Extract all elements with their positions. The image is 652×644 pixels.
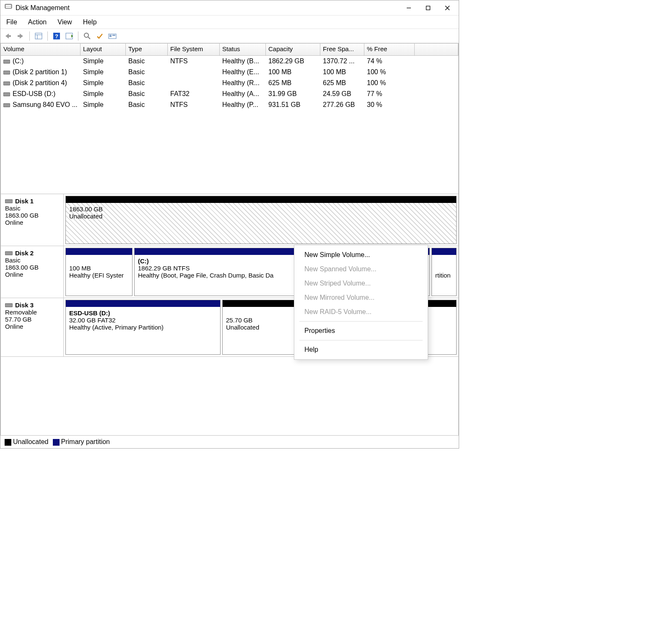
refresh-button[interactable] bbox=[82, 31, 92, 41]
window-title: Disk Management bbox=[16, 4, 70, 12]
col-header-pctfree[interactable]: % Free bbox=[364, 44, 415, 55]
legend-label-primary: Primary partition bbox=[61, 438, 110, 445]
col-header-fs[interactable]: File System bbox=[168, 44, 220, 55]
ctx-new-mirrored-volume: New Mirrored Volume... bbox=[294, 291, 428, 305]
partition-bar bbox=[66, 300, 220, 307]
partition-bar bbox=[66, 196, 456, 203]
svg-marker-7 bbox=[5, 34, 9, 39]
toolbar: ? bbox=[0, 29, 459, 43]
back-button[interactable] bbox=[3, 31, 13, 41]
svg-rect-1 bbox=[6, 5, 11, 6]
menu-help[interactable]: Help bbox=[83, 18, 97, 26]
svg-rect-26 bbox=[3, 82, 10, 85]
legend-swatch-primary bbox=[53, 439, 60, 446]
svg-point-18 bbox=[84, 33, 88, 37]
svg-rect-29 bbox=[5, 200, 13, 203]
minimize-button[interactable] bbox=[399, 1, 418, 15]
partition-unallocated[interactable]: 1863.00 GB Unallocated bbox=[65, 196, 457, 244]
forward-button[interactable] bbox=[16, 31, 26, 41]
disk-size: 57.70 GB bbox=[5, 316, 59, 323]
partition-esd-usb[interactable]: ESD-USB (D:) 32.00 GB FAT32 Healthy (Act… bbox=[65, 300, 221, 355]
disk-name: Disk 3 bbox=[15, 301, 34, 309]
show-hide-tree-button[interactable] bbox=[34, 31, 44, 41]
settings-button[interactable] bbox=[64, 31, 74, 41]
legend-label-unallocated: Unallocated bbox=[13, 438, 49, 445]
partition-size: 100 MB bbox=[69, 265, 129, 272]
partition-title: ESD-USB (D:) bbox=[69, 309, 217, 317]
svg-rect-22 bbox=[109, 36, 112, 37]
svg-line-19 bbox=[88, 37, 90, 39]
svg-rect-23 bbox=[112, 35, 115, 36]
volume-row[interactable]: Samsung 840 EVO ...SimpleBasicNTFSHealth… bbox=[1, 99, 458, 110]
menu-file[interactable]: File bbox=[6, 18, 17, 26]
svg-rect-2 bbox=[6, 7, 11, 8]
ctx-new-striped-volume: New Striped Volume... bbox=[294, 276, 428, 291]
context-menu: New Simple Volume... New Spanned Volume.… bbox=[294, 245, 428, 360]
col-header-extra[interactable] bbox=[415, 44, 458, 55]
disk-status: Online bbox=[5, 219, 59, 226]
disk-info-3[interactable]: Disk 3 Removable 57.70 GB Online bbox=[1, 298, 64, 356]
svg-rect-11 bbox=[35, 33, 42, 39]
svg-rect-21 bbox=[109, 35, 112, 36]
action-button[interactable] bbox=[95, 31, 105, 41]
disk-management-window: Disk Management File Action View Help bbox=[0, 0, 459, 449]
disk-info-2[interactable]: Disk 2 Basic 1863.00 GB Online bbox=[1, 246, 64, 298]
volume-list: Volume Layout Type File System Status Ca… bbox=[0, 43, 459, 194]
partition-state: Unallocated bbox=[69, 213, 453, 220]
menubar: File Action View Help bbox=[0, 16, 459, 29]
svg-rect-28 bbox=[3, 104, 10, 107]
legend-swatch-unallocated bbox=[5, 439, 11, 446]
properties-button[interactable] bbox=[107, 31, 117, 41]
partition-state: Healthy (Active, Primary Partition) bbox=[69, 324, 217, 331]
svg-rect-27 bbox=[3, 93, 10, 96]
partition-state: Healthy (EFI Syster bbox=[69, 272, 129, 279]
partition-state: rtition bbox=[435, 272, 453, 279]
maximize-button[interactable] bbox=[418, 1, 438, 15]
volume-list-header: Volume Layout Type File System Status Ca… bbox=[1, 44, 458, 56]
ctx-properties[interactable]: Properties bbox=[294, 324, 428, 338]
partition-efi[interactable]: 100 MB Healthy (EFI Syster bbox=[65, 248, 132, 296]
legend: Unallocated Primary partition bbox=[0, 436, 459, 448]
col-header-status[interactable]: Status bbox=[220, 44, 266, 55]
volume-row[interactable]: ESD-USB (D:)SimpleBasicFAT32Healthy (A..… bbox=[1, 88, 458, 99]
menu-view[interactable]: View bbox=[57, 18, 72, 26]
partition-detail: 32.00 GB FAT32 bbox=[69, 317, 217, 324]
svg-rect-24 bbox=[3, 60, 10, 63]
ctx-help[interactable]: Help bbox=[294, 343, 428, 357]
ctx-new-simple-volume[interactable]: New Simple Volume... bbox=[294, 248, 428, 262]
menu-action[interactable]: Action bbox=[28, 18, 47, 26]
disk-type: Basic bbox=[5, 205, 59, 212]
svg-rect-25 bbox=[3, 71, 10, 74]
disk-row-1: Disk 1 Basic 1863.00 GB Online 1863.00 G… bbox=[1, 194, 458, 246]
volume-row[interactable]: (Disk 2 partition 4)SimpleBasicHealthy (… bbox=[1, 78, 458, 88]
svg-rect-4 bbox=[426, 6, 430, 10]
svg-marker-9 bbox=[20, 34, 23, 39]
col-header-layout[interactable]: Layout bbox=[81, 44, 126, 55]
ctx-new-raid5-volume: New RAID-5 Volume... bbox=[294, 305, 428, 319]
col-header-capacity[interactable]: Capacity bbox=[266, 44, 320, 55]
disk-status: Online bbox=[5, 271, 59, 278]
partition-bar bbox=[66, 248, 132, 255]
svg-rect-10 bbox=[18, 35, 20, 37]
disk-name: Disk 1 bbox=[15, 197, 34, 205]
close-button[interactable] bbox=[438, 1, 457, 15]
disk-type: Basic bbox=[5, 257, 59, 264]
help-button[interactable]: ? bbox=[52, 31, 62, 41]
app-icon bbox=[5, 3, 12, 13]
volume-row[interactable]: (Disk 2 partition 1)SimpleBasicHealthy (… bbox=[1, 67, 458, 78]
titlebar: Disk Management bbox=[0, 0, 459, 16]
partition-bar bbox=[432, 248, 456, 255]
partition-recovery[interactable]: rtition bbox=[431, 248, 457, 296]
col-header-type[interactable]: Type bbox=[126, 44, 168, 55]
col-header-free[interactable]: Free Spa... bbox=[320, 44, 364, 55]
svg-text:?: ? bbox=[55, 33, 58, 39]
volume-row[interactable]: (C:)SimpleBasicNTFSHealthy (B...1862.29 … bbox=[1, 56, 458, 67]
disk-name: Disk 2 bbox=[15, 249, 34, 257]
col-header-volume[interactable]: Volume bbox=[1, 44, 81, 55]
svg-rect-31 bbox=[5, 304, 13, 307]
disk-size: 1863.00 GB bbox=[5, 212, 59, 219]
svg-rect-8 bbox=[8, 35, 11, 37]
ctx-new-spanned-volume: New Spanned Volume... bbox=[294, 262, 428, 276]
disk-info-1[interactable]: Disk 1 Basic 1863.00 GB Online bbox=[1, 194, 64, 246]
svg-rect-30 bbox=[5, 252, 13, 255]
